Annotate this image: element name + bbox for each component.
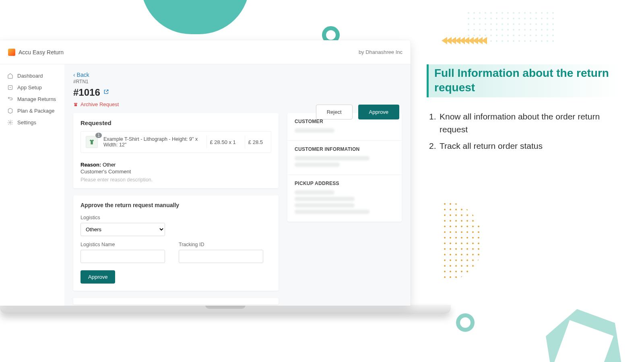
desc-item: Know all information about the order ret… (440, 110, 620, 136)
line-total: £ 28.5 (245, 136, 266, 148)
description-panel: Full Information about the return reques… (427, 64, 620, 156)
reject-button[interactable]: Reject (316, 105, 353, 119)
logistics-label: Logistics (80, 215, 271, 220)
redacted-text (295, 203, 355, 208)
customer-comment-label: Customer's Comment (80, 169, 271, 175)
redacted-text (295, 162, 340, 167)
redacted-text (295, 210, 369, 214)
redacted-text (295, 190, 334, 195)
setup-icon (7, 84, 13, 90)
logistics-select[interactable]: Others (80, 223, 165, 236)
approve-card-title: Approve the return request manually (80, 202, 271, 208)
redacted-text (295, 156, 369, 160)
archive-label: Archive Request (80, 101, 119, 107)
app-header: Accu Easy Return by Dhanashree Inc (0, 40, 411, 64)
sidebar-item-manage-returns[interactable]: Manage Returns (0, 93, 64, 105)
logistics-name-input[interactable] (80, 250, 165, 263)
svg-rect-3 (74, 104, 77, 106)
decor-hexagon (532, 298, 635, 362)
tracking-id-input[interactable] (179, 250, 263, 263)
description-list: 1.Know all information about the order r… (427, 110, 620, 153)
sidebar: Dashboard App Setup Manage Returns Plan … (0, 64, 64, 306)
content-area: ‹ Back #RTN1 #1016 Archive Request Rejec… (64, 64, 411, 306)
app-window: Accu Easy Return by Dhanashree Inc Dashb… (0, 40, 411, 306)
redacted-text (295, 197, 355, 201)
package-icon (7, 108, 13, 114)
reason-description-placeholder: Please enter reason description. (80, 177, 271, 183)
sidebar-item-app-setup[interactable]: App Setup (0, 82, 64, 93)
brand: Accu Easy Return (8, 49, 64, 56)
customer-info-section-title: CUSTOMER INFORMATION (295, 146, 394, 152)
approve-form-button[interactable]: Approve (80, 270, 115, 284)
sidebar-item-dashboard[interactable]: Dashboard (0, 70, 64, 82)
qty-badge: 1 (95, 133, 102, 138)
sidebar-label: Plan & Package (17, 108, 55, 114)
customer-panel: CUSTOMER CUSTOMER INFORMATION PICKUP ADD… (287, 113, 402, 222)
order-title: #1016 (73, 87, 100, 98)
sidebar-label: Manage Returns (17, 96, 56, 102)
decor-ring-bottom (456, 313, 475, 332)
redacted-text (295, 128, 334, 133)
requested-title: Requested (80, 119, 271, 126)
decor-dots-orange (402, 201, 483, 282)
sidebar-item-plan-package[interactable]: Plan & Package (0, 105, 64, 117)
laptop-base (0, 305, 451, 314)
gear-icon (7, 119, 13, 125)
requested-card: Requested 1 Example T-Shirt - Lithograph… (73, 113, 279, 188)
return-id: #RTN1 (73, 79, 402, 84)
logistics-name-label: Logistics Name (80, 242, 165, 247)
card-stub (73, 298, 279, 304)
product-thumbnail (86, 136, 98, 148)
unit-price: £ 28.50 x 1 (206, 136, 239, 148)
decor-arrows (443, 37, 487, 44)
brand-byline: by Dhanashree Inc (359, 49, 402, 55)
product-row: 1 Example T-Shirt - Lithograph - Height:… (80, 131, 271, 153)
sidebar-label: App Setup (17, 84, 42, 90)
sidebar-label: Settings (17, 119, 36, 125)
reason-line: Reason: Other (80, 162, 271, 168)
brand-name: Accu Easy Return (19, 49, 64, 56)
approve-button[interactable]: Approve (358, 105, 399, 119)
home-icon (7, 73, 13, 79)
desc-item: Track all return order status (440, 140, 543, 153)
back-link[interactable]: ‹ Back (73, 72, 402, 78)
svg-point-1 (10, 122, 11, 123)
sidebar-label: Dashboard (17, 73, 43, 79)
decor-teal-blob (141, 0, 250, 34)
brand-logo-icon (8, 49, 15, 56)
returns-icon (7, 96, 13, 102)
product-name: Example T-Shirt - Lithograph - Height: 9… (103, 136, 201, 148)
tracking-id-label: Tracking ID (179, 242, 263, 247)
customer-section-title: CUSTOMER (295, 119, 394, 124)
pickup-section-title: PICKUP ADDRESS (295, 181, 394, 186)
external-link-icon[interactable] (103, 89, 109, 96)
svg-rect-2 (74, 103, 77, 104)
approve-manually-card: Approve the return request manually Logi… (73, 195, 279, 291)
description-title: Full Information about the return reques… (427, 64, 620, 97)
sidebar-item-settings[interactable]: Settings (0, 117, 64, 128)
